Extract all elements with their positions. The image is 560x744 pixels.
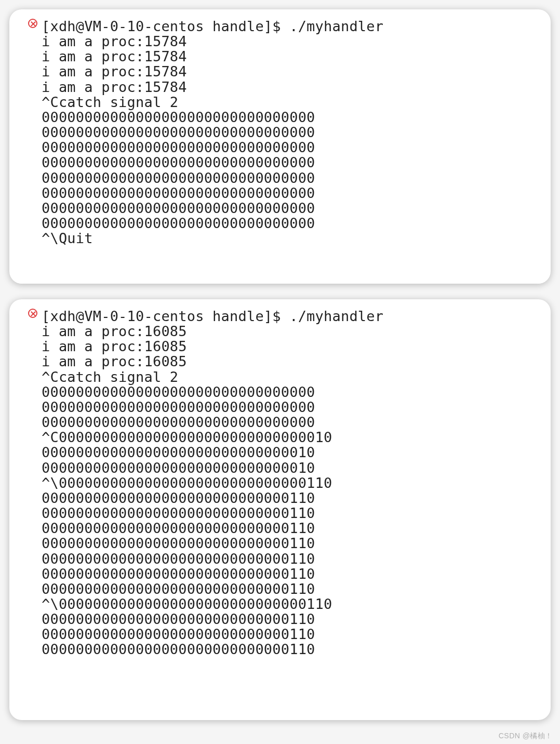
line-text: ^\00000000000000000000000000000110 <box>42 475 536 490</box>
line-text: 00000000000000000000000000000000 <box>42 155 536 170</box>
line-text: i am a proc:15784 <box>42 49 536 64</box>
terminal-line: i am a proc:16085 <box>24 324 536 339</box>
terminal-line: 00000000000000000000000000000000 <box>24 415 536 430</box>
gutter <box>24 309 42 318</box>
terminal-line: i am a proc:15784 <box>24 49 536 64</box>
line-text: 00000000000000000000000000000000 <box>42 415 536 430</box>
terminal-line: 00000000000000000000000000000000 <box>24 201 536 216</box>
terminal-line: 00000000000000000000000000000000 <box>24 170 536 185</box>
line-text: 00000000000000000000000000000000 <box>42 185 536 201</box>
line-text: 00000000000000000000000000000010 <box>42 460 536 475</box>
line-text: 00000000000000000000000000000110 <box>42 536 536 551</box>
line-text: ^Ccatch signal 2 <box>42 369 536 384</box>
terminal-line: 00000000000000000000000000000010 <box>24 445 536 460</box>
line-text: 00000000000000000000000000000110 <box>42 581 536 596</box>
line-text: 00000000000000000000000000000110 <box>42 612 536 627</box>
terminal-line: i am a proc:15784 <box>24 34 536 49</box>
line-text: 00000000000000000000000000000000 <box>42 384 536 400</box>
line-text: 00000000000000000000000000000000 <box>42 125 536 140</box>
error-icon <box>28 19 37 28</box>
terminal-line: 00000000000000000000000000000110 <box>24 506 536 521</box>
line-text: 00000000000000000000000000000010 <box>42 445 536 460</box>
terminal-line: 00000000000000000000000000000000 <box>24 110 536 125</box>
terminal-line: 00000000000000000000000000000000 <box>24 384 536 400</box>
line-text: 00000000000000000000000000000110 <box>42 490 536 506</box>
terminal-line: 00000000000000000000000000000000 <box>24 400 536 415</box>
line-text: ^\Quit <box>42 231 536 246</box>
line-text: 00000000000000000000000000000000 <box>42 110 536 125</box>
line-text: i am a proc:15784 <box>42 64 536 79</box>
terminal-line: 00000000000000000000000000000000 <box>24 216 536 231</box>
line-text: 00000000000000000000000000000000 <box>42 400 536 415</box>
line-text: [xdh@VM-0-10-centos handle]$ ./myhandler <box>42 309 536 324</box>
terminal-line: ^Ccatch signal 2 <box>24 95 536 110</box>
terminal-line: ^C00000000000000000000000000000010 <box>24 430 536 445</box>
line-text: [xdh@VM-0-10-centos handle]$ ./myhandler <box>42 19 536 34</box>
terminal-line: ^Ccatch signal 2 <box>24 369 536 384</box>
line-text: 00000000000000000000000000000110 <box>42 551 536 566</box>
terminal-line: [xdh@VM-0-10-centos handle]$ ./myhandler <box>24 309 536 324</box>
line-text: ^C00000000000000000000000000000010 <box>42 430 536 445</box>
line-text: 00000000000000000000000000000000 <box>42 140 536 155</box>
terminal-line: i am a proc:15784 <box>24 64 536 79</box>
terminal-line: ^\00000000000000000000000000000110 <box>24 596 536 612</box>
gutter <box>24 19 42 28</box>
terminal-lines-2: [xdh@VM-0-10-centos handle]$ ./myhandler… <box>24 309 536 657</box>
terminal-line: 00000000000000000000000000000010 <box>24 460 536 475</box>
line-text: i am a proc:16085 <box>42 324 536 339</box>
terminal-line: 00000000000000000000000000000110 <box>24 521 536 536</box>
line-text: 00000000000000000000000000000110 <box>42 566 536 581</box>
fade-overlay <box>9 272 551 284</box>
line-text: 00000000000000000000000000000110 <box>42 506 536 521</box>
line-text: 00000000000000000000000000000000 <box>42 216 536 231</box>
terminal-line: 00000000000000000000000000000110 <box>24 490 536 506</box>
terminal-line: 00000000000000000000000000000110 <box>24 536 536 551</box>
terminal-line: [xdh@VM-0-10-centos handle]$ ./myhandler <box>24 19 536 34</box>
line-text: i am a proc:16085 <box>42 354 536 369</box>
line-text: 00000000000000000000000000000110 <box>42 627 536 642</box>
terminal-line: 00000000000000000000000000000000 <box>24 155 536 170</box>
terminal-line: 00000000000000000000000000000000 <box>24 185 536 201</box>
line-text: i am a proc:15784 <box>42 79 536 95</box>
terminal-line: 00000000000000000000000000000110 <box>24 551 536 566</box>
line-text: 00000000000000000000000000000110 <box>42 642 536 657</box>
line-text: ^Ccatch signal 2 <box>42 95 536 110</box>
terminal-line: ^\00000000000000000000000000000110 <box>24 475 536 490</box>
terminal-line: 00000000000000000000000000000110 <box>24 642 536 657</box>
line-text: i am a proc:15784 <box>42 34 536 49</box>
line-text: 00000000000000000000000000000000 <box>42 170 536 185</box>
terminal-line: ^\Quit <box>24 231 536 246</box>
terminal-line: 00000000000000000000000000000000 <box>24 140 536 155</box>
terminal-line: i am a proc:16085 <box>24 339 536 354</box>
terminal-line: 00000000000000000000000000000110 <box>24 627 536 642</box>
terminal-panel-2: [xdh@VM-0-10-centos handle]$ ./myhandler… <box>9 299 551 720</box>
line-text: 00000000000000000000000000000110 <box>42 521 536 536</box>
terminal-line: i am a proc:15784 <box>24 79 536 95</box>
terminal-line: 00000000000000000000000000000110 <box>24 581 536 596</box>
terminal-lines-1: [xdh@VM-0-10-centos handle]$ ./myhandler… <box>24 19 536 246</box>
error-icon <box>28 309 37 318</box>
terminal-line: 00000000000000000000000000000110 <box>24 612 536 627</box>
terminal-panel-1: [xdh@VM-0-10-centos handle]$ ./myhandler… <box>9 9 551 284</box>
line-text: 00000000000000000000000000000000 <box>42 201 536 216</box>
terminal-line: i am a proc:16085 <box>24 354 536 369</box>
terminal-line: 00000000000000000000000000000000 <box>24 125 536 140</box>
terminal-line: 00000000000000000000000000000110 <box>24 566 536 581</box>
watermark: CSDN @橘柚！ <box>499 732 553 741</box>
line-text: i am a proc:16085 <box>42 339 536 354</box>
line-text: ^\00000000000000000000000000000110 <box>42 596 536 612</box>
